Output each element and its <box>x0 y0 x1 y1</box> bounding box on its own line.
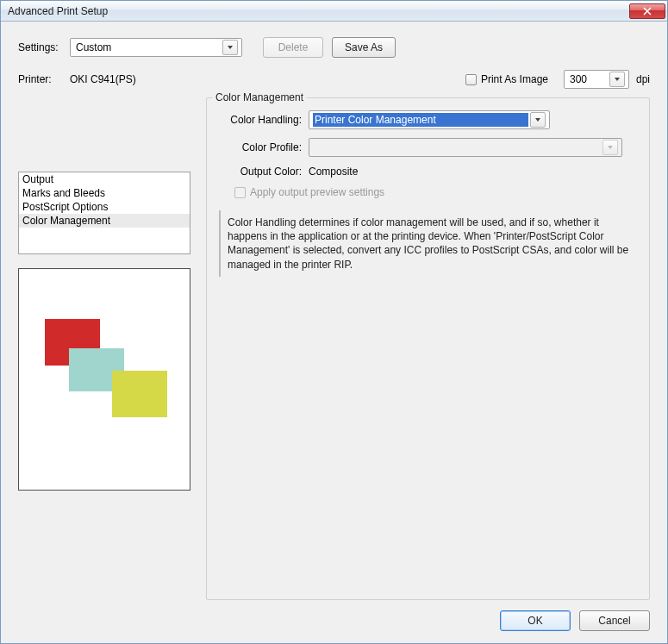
settings-dropdown-value: Custom <box>76 41 219 53</box>
list-item[interactable]: Color Management <box>19 214 190 228</box>
cancel-button[interactable]: Cancel <box>579 610 650 631</box>
apply-output-preview-label: Apply output preview settings <box>250 186 384 198</box>
list-item[interactable]: Marks and Bleeds <box>19 186 190 200</box>
printer-name: OKI C941(PS) <box>70 73 136 85</box>
chevron-down-icon <box>602 140 618 155</box>
settings-dropdown[interactable]: Custom <box>70 38 242 57</box>
output-color-value: Composite <box>309 166 358 178</box>
color-profile-dropdown <box>309 138 622 157</box>
list-item[interactable]: Output <box>19 172 190 186</box>
apply-output-preview-checkbox <box>234 187 246 198</box>
color-handling-value: Printer Color Management <box>313 113 528 127</box>
color-handling-dropdown[interactable]: Printer Color Management <box>309 110 550 129</box>
output-color-label: Output Color: <box>219 166 309 178</box>
titlebar[interactable]: Advanced Print Setup <box>1 1 667 22</box>
chevron-down-icon <box>222 40 238 55</box>
groupbox-title: Color Management <box>212 91 307 103</box>
settings-row: Settings: Custom Delete Save As <box>18 37 650 58</box>
category-listbox[interactable]: Output Marks and Bleeds PostScript Optio… <box>18 172 190 254</box>
color-management-group: Color Management Color Handling: Printer… <box>206 97 650 600</box>
print-as-image-checkbox[interactable] <box>465 74 477 85</box>
chevron-down-icon <box>609 72 625 87</box>
save-as-button[interactable]: Save As <box>332 37 396 58</box>
printer-row: Printer: OKI C941(PS) Print As Image 300… <box>18 70 650 89</box>
print-as-image-label: Print As Image <box>481 73 548 85</box>
chevron-down-icon <box>530 112 546 128</box>
dpi-unit-label: dpi <box>636 73 650 85</box>
ok-button[interactable]: OK <box>500 610 571 631</box>
left-column: Output Marks and Bleeds PostScript Optio… <box>18 97 190 600</box>
dialog-content: Settings: Custom Delete Save As Printer:… <box>1 22 667 643</box>
color-handling-label: Color Handling: <box>219 114 309 126</box>
close-button[interactable] <box>629 3 665 19</box>
help-text: Color Handling determines if color manag… <box>219 210 637 277</box>
preview-shape-yellow <box>112 371 167 417</box>
window: Advanced Print Setup Settings: Custom De… <box>0 0 668 644</box>
color-profile-label: Color Profile: <box>219 141 309 153</box>
delete-button[interactable]: Delete <box>263 37 323 58</box>
page-preview <box>18 268 190 491</box>
dialog-footer: OK Cancel <box>18 600 650 631</box>
close-icon <box>643 7 652 16</box>
dpi-value: 300 <box>570 73 606 85</box>
printer-label: Printer: <box>18 73 70 85</box>
right-column: Color Management Color Handling: Printer… <box>206 97 650 600</box>
settings-label: Settings: <box>18 41 70 53</box>
list-item[interactable]: PostScript Options <box>19 200 190 214</box>
window-title: Advanced Print Setup <box>8 5 629 17</box>
main-area: Output Marks and Bleeds PostScript Optio… <box>18 97 650 600</box>
dpi-dropdown[interactable]: 300 <box>564 70 629 89</box>
